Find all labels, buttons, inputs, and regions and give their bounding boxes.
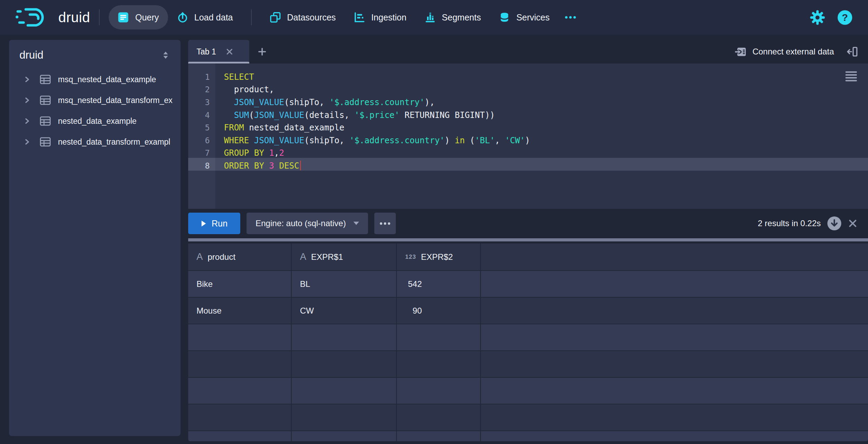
nav-items: QueryLoad dataDatasourcesIngestionSegmen… — [109, 5, 559, 29]
panel-splitter[interactable] — [188, 238, 868, 241]
table-empty-cell — [292, 324, 397, 351]
play-icon-wrap — [201, 220, 206, 227]
nav-item-label: Load data — [194, 12, 233, 23]
table-tree: msq_nested_data_examplemsq_nested_data_t… — [9, 69, 181, 152]
help-button[interactable]: ? — [837, 10, 853, 25]
download-results-button[interactable] — [827, 216, 842, 231]
tree-item-nested-data-transform-exampl[interactable]: nested_data_transform_exampl — [9, 131, 181, 152]
table-filler-cell — [481, 271, 868, 298]
details-panel-toggle-button[interactable] — [846, 46, 858, 57]
schema-sidebar: druid msq_nested_data_examplemsq_nested_… — [9, 40, 181, 436]
druid-logo[interactable]: druid — [15, 7, 90, 28]
sort-button[interactable] — [161, 50, 170, 60]
table-icon — [40, 95, 51, 105]
results-status: 2 results in 0.22s — [758, 219, 821, 228]
settings-gear-icon — [810, 10, 825, 25]
services-icon — [499, 12, 510, 23]
code-line-7: GROUP BY 1,2 — [215, 147, 868, 160]
add-tab-button[interactable] — [258, 47, 267, 56]
menu-icon — [845, 71, 857, 82]
tree-item-msq-nested-data-transform-ex[interactable]: msq_nested_data_transform_ex — [9, 90, 181, 111]
tab-label: Tab 1 — [197, 47, 216, 57]
tree-item-label: msq_nested_data_example — [58, 75, 156, 84]
table-empty-cell — [188, 431, 292, 441]
nav-item-datasources[interactable]: Datasources — [261, 5, 345, 29]
plus-icon — [258, 47, 267, 56]
tabrow-right: Connect external data — [735, 40, 868, 63]
tab-tab-1[interactable]: Tab 1 — [188, 40, 249, 63]
run-more-button[interactable] — [374, 213, 396, 234]
nav-item-query[interactable]: Query — [109, 5, 168, 29]
code-line-6: WHERE JSON_VALUE(shipTo, '$.address.coun… — [215, 134, 868, 147]
table-cell[interactable]: BL — [292, 271, 397, 298]
chevron-right-icon — [24, 138, 31, 145]
line-number: 6 — [188, 134, 215, 147]
close-icon — [226, 48, 233, 56]
column-header-expr-2[interactable]: 123EXPR$2 — [397, 244, 481, 271]
line-number: 7 — [188, 147, 215, 160]
nav-item-services[interactable]: Services — [490, 5, 559, 29]
table-cell[interactable]: Mouse — [188, 298, 292, 324]
segments-icon — [425, 12, 436, 23]
table-empty-row — [188, 378, 868, 404]
connect-external-data-label: Connect external data — [752, 47, 834, 57]
table-empty-cell — [292, 351, 397, 378]
tree-item-label: nested_data_transform_exampl — [58, 137, 170, 147]
run-button[interactable]: Run — [188, 213, 240, 234]
caret-down-icon — [353, 222, 359, 225]
cell-value: Bike — [197, 279, 213, 289]
tree-item-nested-data-example[interactable]: nested_data_example — [9, 111, 181, 131]
schema-title: druid — [19, 49, 43, 61]
numeric-type-icon: 123 — [405, 254, 416, 261]
tree-item-msq-nested-data-example[interactable]: msq_nested_data_example — [9, 69, 181, 90]
table-empty-cell — [397, 404, 481, 431]
table-empty-cell — [188, 378, 292, 404]
nav-divider — [251, 9, 252, 25]
engine-select-button[interactable]: Engine: auto (sql-native) — [247, 213, 368, 234]
table-cell[interactable]: Bike — [188, 271, 292, 298]
nav-item-label: Query — [135, 12, 159, 23]
table-filler-cell — [481, 298, 868, 324]
tab-close-button[interactable] — [226, 48, 233, 56]
druid-console: { "nav": { "brand": "druid", "items": [ … — [0, 0, 868, 444]
table-empty-row — [188, 351, 868, 378]
code-line-5: FROM nested_data_example — [215, 121, 868, 134]
nav-overflow-button[interactable] — [559, 5, 582, 29]
svg-text:?: ? — [842, 12, 848, 23]
line-number: 1 — [188, 71, 215, 84]
data-in-icon — [735, 46, 746, 58]
table-empty-cell — [397, 351, 481, 378]
nav-item-load-data[interactable]: Load data — [168, 5, 242, 29]
settings-button[interactable] — [810, 10, 825, 25]
table-empty-cell — [397, 431, 481, 441]
nav-item-ingestion[interactable]: Ingestion — [345, 5, 415, 29]
text-cursor — [300, 161, 301, 170]
table-empty-row — [188, 324, 868, 351]
nav-item-segments[interactable]: Segments — [416, 5, 490, 29]
connect-external-data-button[interactable]: Connect external data — [735, 46, 834, 58]
sql-editor[interactable]: 1SELECT2 product,3 JSON_VALUE(shipTo, '$… — [188, 63, 868, 209]
sidebar-header: druid — [9, 40, 181, 66]
results-table: AproductAEXPR$1123EXPR$2BikeBL542MouseCW… — [188, 244, 868, 441]
table-cell[interactable]: 90 — [397, 298, 481, 324]
play-icon — [201, 220, 206, 227]
double-caret-vertical-icon — [161, 50, 170, 60]
line-number: 8 — [188, 160, 215, 172]
code-line-2: product, — [215, 83, 868, 96]
caret-down-icon-wrap — [353, 222, 359, 225]
nav-item-label: Datasources — [287, 12, 336, 23]
column-header-label: EXPR$1 — [311, 252, 343, 262]
table-cell[interactable]: 542 — [397, 271, 481, 298]
close-results-button[interactable] — [848, 219, 858, 228]
table-cell[interactable]: CW — [292, 298, 397, 324]
editor-menu-button[interactable] — [845, 71, 857, 82]
string-type-icon: A — [197, 251, 203, 262]
column-header-product[interactable]: Aproduct — [188, 244, 292, 271]
numeric-value: 90 — [405, 306, 422, 316]
table-empty-cell — [292, 404, 397, 431]
panel-door-icon — [846, 46, 858, 57]
table-row: BikeBL542 — [188, 271, 868, 298]
column-header-expr-1[interactable]: AEXPR$1 — [292, 244, 397, 271]
engine-label: Engine: auto (sql-native) — [256, 219, 346, 228]
table-header-row: AproductAEXPR$1123EXPR$2 — [188, 244, 868, 271]
